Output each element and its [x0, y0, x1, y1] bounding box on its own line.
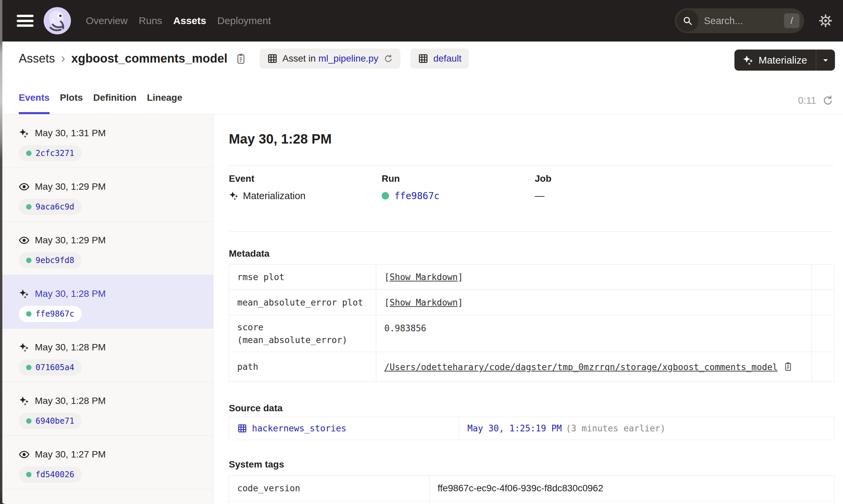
- materialization-icon: [229, 191, 239, 201]
- event-list-item[interactable]: May 30, 1:29 PM 9aca6c9d: [0, 168, 213, 221]
- table-row: hackernews_stories May 30, 1:25:19 PM(3 …: [229, 417, 834, 440]
- asset-group-badge[interactable]: default: [410, 49, 469, 69]
- asset-group-grid-icon: [418, 53, 429, 64]
- system-tags-table: code_version ffe9867c-ec9c-4f06-939c-f8d…: [229, 475, 834, 504]
- metadata-action-cell: [812, 265, 834, 290]
- run-id-link[interactable]: 6940be71: [35, 416, 74, 426]
- nav-item-overview[interactable]: Overview: [86, 15, 128, 26]
- system-tags-heading: System tags: [229, 458, 843, 471]
- metadata-value: [Show Markdown]: [376, 265, 812, 290]
- run-id-pill[interactable]: 2cfc3271: [19, 145, 82, 161]
- dagster-asset-page: Overview Runs Assets Deployment /: [0, 0, 843, 504]
- metadata-key: mean_absolute_error plot: [229, 290, 376, 315]
- materialization-icon: [19, 396, 30, 406]
- run-id-link[interactable]: 9ebc9fd8: [35, 256, 74, 265]
- run-id-link[interactable]: 2cfc3271: [35, 149, 74, 158]
- metadata-key: path: [229, 352, 376, 382]
- menu-icon[interactable]: [17, 15, 34, 27]
- run-id-pill[interactable]: 9aca6c9d: [19, 199, 82, 215]
- nav-item-assets[interactable]: Assets: [173, 15, 206, 26]
- run-id-pill[interactable]: 071605a4: [19, 359, 82, 376]
- event-timestamp: May 30, 1:28 PM: [35, 288, 106, 299]
- table-row: mean_absolute_error plot [Show Markdown]: [229, 290, 834, 315]
- search-input[interactable]: [704, 15, 784, 26]
- system-tag-value: ffe9867c-ec9c-4f06-939c-f8dc830c0962: [430, 475, 834, 501]
- metadata-value: [Show Markdown]: [376, 290, 812, 315]
- observation-icon: [19, 449, 30, 460]
- run-status-dot: [26, 365, 32, 370]
- observation-icon: [19, 235, 30, 246]
- badge-prefix: Asset in: [282, 53, 316, 64]
- page-title: xgboost_comments_model: [71, 52, 227, 66]
- table-row-partial: [229, 501, 834, 504]
- metadata-value: /Users/odetteharary/code/dagster/tmp_0mz…: [376, 352, 812, 382]
- tab-plots[interactable]: Plots: [60, 92, 83, 114]
- event-list-item[interactable]: May 30, 1:28 PM 071605a4: [0, 329, 213, 382]
- pipeline-file-link[interactable]: ml_pipeline.py: [318, 53, 378, 64]
- run-id-link[interactable]: 071605a4: [35, 363, 74, 372]
- metadata-key: score (mean_absolute_error): [229, 315, 376, 352]
- tab-definition[interactable]: Definition: [93, 92, 136, 114]
- refresh-icon[interactable]: [822, 95, 833, 106]
- gear-icon[interactable]: [819, 14, 832, 28]
- metadata-table: rmse plot [Show Markdown] mean_absolute_…: [229, 264, 834, 382]
- event-list-item[interactable]: May 30, 1:31 PM 2cfc3271: [0, 114, 213, 168]
- materialize-dropdown-button[interactable]: [816, 56, 835, 64]
- asset-group-grid-icon: [267, 53, 278, 64]
- event-list-item[interactable]: May 30, 1:27 PM fd540026: [0, 436, 213, 489]
- tab-events[interactable]: Events: [19, 92, 50, 114]
- metadata-key: rmse plot: [229, 265, 376, 290]
- event-list-item-selected[interactable]: May 30, 1:28 PM ffe9867c: [0, 275, 213, 329]
- run-id-link[interactable]: ffe9867c: [35, 309, 74, 319]
- show-markdown-link[interactable]: Show Markdown: [390, 272, 458, 282]
- top-nav: Overview Runs Assets Deployment /: [0, 0, 843, 41]
- dagster-logo-icon[interactable]: [44, 7, 71, 34]
- materialize-label: Materialize: [759, 55, 807, 66]
- group-default-link[interactable]: default: [433, 53, 461, 64]
- run-id-pill[interactable]: 6940be71: [19, 413, 82, 429]
- event-list-item[interactable]: May 30, 1:29 PM 9ebc9fd8: [0, 221, 213, 275]
- copy-path-icon[interactable]: [783, 361, 793, 372]
- tab-lineage[interactable]: Lineage: [147, 92, 182, 114]
- storage-path-link[interactable]: /Users/odetteharary/code/dagster/tmp_0mz…: [384, 362, 778, 372]
- event-timestamp: May 30, 1:31 PM: [35, 128, 106, 139]
- run-id-pill[interactable]: ffe9867c: [19, 306, 82, 322]
- bracket: [: [384, 298, 390, 308]
- metadata-action-cell: [812, 290, 834, 315]
- reload-definition-icon[interactable]: [384, 54, 393, 63]
- asset-header: Assets › xgboost_comments_model Asset in…: [0, 41, 843, 75]
- refresh-countdown: 0:11: [798, 95, 816, 106]
- show-markdown-link[interactable]: Show Markdown: [390, 298, 458, 308]
- event-list-item[interactable]: May 30, 1:28 PM 6940be71: [0, 382, 213, 436]
- event-timestamp: May 30, 1:29 PM: [35, 235, 106, 246]
- copy-asset-name-icon[interactable]: [235, 53, 247, 65]
- event-timestamp: May 30, 1:28 PM: [35, 342, 106, 353]
- event-type-value: Materialization: [243, 191, 306, 201]
- materialization-icon: [19, 288, 30, 299]
- event-timestamp: May 30, 1:27 PM: [35, 449, 106, 460]
- source-timestamp-cell: May 30, 1:25:19 PM(3 minutes earlier): [459, 417, 834, 440]
- bracket: ]: [458, 298, 463, 308]
- run-id-link[interactable]: fd540026: [35, 470, 74, 479]
- run-id-link[interactable]: 9aca6c9d: [35, 202, 74, 212]
- search-box[interactable]: /: [675, 8, 804, 33]
- event-list-item-partial: [0, 489, 213, 504]
- run-label: Run: [382, 172, 535, 185]
- materialize-button[interactable]: Materialize: [735, 50, 835, 71]
- run-id-pill[interactable]: fd540026: [19, 467, 82, 483]
- source-timestamp-link[interactable]: May 30, 1:25:19 PM: [467, 424, 562, 433]
- breadcrumb-assets-link[interactable]: Assets: [19, 52, 55, 66]
- run-id-link[interactable]: ffe9867c: [394, 191, 440, 201]
- run-id-pill[interactable]: 9ebc9fd8: [19, 252, 82, 268]
- nav-item-runs[interactable]: Runs: [139, 15, 162, 26]
- divider: [229, 166, 834, 166]
- materialize-sparkle-icon: [742, 55, 754, 66]
- job-column: Job —: [535, 172, 834, 203]
- nav-item-deployment[interactable]: Deployment: [217, 15, 271, 26]
- source-asset-link[interactable]: hackernews_stories: [252, 424, 346, 433]
- asset-definition-badge[interactable]: Asset in ml_pipeline.py: [260, 49, 400, 69]
- window-edge-scrollbar: [0, 0, 2, 504]
- event-column: Event Materialization: [229, 172, 382, 203]
- table-row: rmse plot [Show Markdown]: [229, 265, 834, 290]
- event-list: May 30, 1:31 PM 2cfc3271 May 30, 1:29 PM…: [0, 114, 213, 504]
